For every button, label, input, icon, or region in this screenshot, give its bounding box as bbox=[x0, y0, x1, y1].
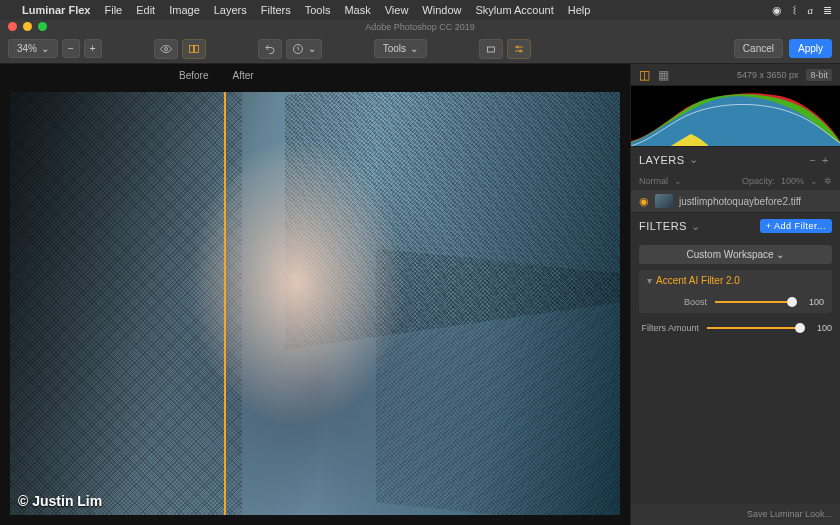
info-tab-icon[interactable]: ▦ bbox=[658, 68, 669, 82]
compare-toggle-button[interactable] bbox=[182, 39, 206, 59]
status-user[interactable]: a bbox=[808, 4, 814, 16]
status-menu-icon[interactable]: ≣ bbox=[823, 4, 832, 17]
layer-settings-icon[interactable]: ✲ bbox=[824, 176, 832, 186]
chevron-down-icon: ⌄ bbox=[810, 176, 818, 186]
history-button[interactable]: ⌄ bbox=[286, 39, 322, 59]
chevron-down-icon: ⌄ bbox=[308, 43, 316, 54]
eye-icon bbox=[160, 43, 172, 55]
filters-amount-slider[interactable]: Filters Amount 100 bbox=[631, 317, 840, 339]
menu-window[interactable]: Window bbox=[422, 4, 461, 16]
save-look-button[interactable]: Save Luminar Look... bbox=[631, 503, 840, 525]
crop-button[interactable] bbox=[479, 39, 503, 59]
workspace-dropdown[interactable]: Custom Workspace ⌄ bbox=[639, 245, 832, 264]
chevron-down-icon[interactable]: ⌄ bbox=[691, 220, 701, 233]
menu-view[interactable]: View bbox=[385, 4, 409, 16]
status-wifi-icon[interactable]: ⧙ bbox=[792, 4, 798, 16]
boost-slider[interactable]: Boost 100 bbox=[639, 291, 832, 313]
filters-amount-label: Filters Amount bbox=[639, 323, 699, 333]
zoom-window-button[interactable] bbox=[38, 22, 47, 31]
filters-amount-value: 100 bbox=[808, 323, 832, 333]
chevron-down-icon: ⌄ bbox=[41, 43, 49, 54]
filters-title: FILTERS bbox=[639, 220, 687, 232]
apply-button[interactable]: Apply bbox=[789, 39, 832, 58]
toolbar: 34% ⌄ − + ⌄ Tools ⌄ C bbox=[0, 34, 840, 64]
chevron-down-icon: ⌄ bbox=[674, 176, 682, 186]
eye-icon[interactable]: ◉ bbox=[639, 195, 649, 208]
blend-mode-select[interactable]: Normal bbox=[639, 176, 668, 186]
tools-label: Tools bbox=[383, 43, 406, 54]
svg-rect-4 bbox=[488, 47, 495, 52]
svg-rect-1 bbox=[189, 45, 193, 52]
macos-menubar: Luminar Flex File Edit Image Layers Filt… bbox=[0, 0, 840, 20]
menu-tools[interactable]: Tools bbox=[305, 4, 331, 16]
compare-divider-handle[interactable] bbox=[224, 92, 226, 515]
zoom-level-dropdown[interactable]: 34% ⌄ bbox=[8, 39, 58, 58]
cancel-button[interactable]: Cancel bbox=[734, 39, 783, 58]
menu-image[interactable]: Image bbox=[169, 4, 200, 16]
workspace-label: Custom Workspace bbox=[687, 249, 774, 260]
close-window-button[interactable] bbox=[8, 22, 17, 31]
opacity-label: Opacity: bbox=[742, 176, 775, 186]
boost-value: 100 bbox=[800, 297, 824, 307]
image-credit: © Justin Lim bbox=[18, 493, 102, 509]
undo-icon bbox=[264, 43, 276, 55]
compare-before-label: Before bbox=[0, 70, 221, 81]
chevron-down-icon[interactable]: ⌄ bbox=[689, 153, 699, 166]
opacity-value[interactable]: 100% bbox=[781, 176, 804, 186]
menu-edit[interactable]: Edit bbox=[136, 4, 155, 16]
chevron-down-icon: ⌄ bbox=[410, 43, 418, 54]
compare-after-label: After bbox=[221, 70, 631, 81]
menu-skylum[interactable]: Skylum Account bbox=[475, 4, 553, 16]
layer-row[interactable]: ◉ justlimphotoquaybefore2.tiff bbox=[631, 190, 840, 212]
chevron-down-icon: ⌄ bbox=[776, 249, 784, 260]
preview-toggle-button[interactable] bbox=[154, 39, 178, 59]
zoom-level-value: 34% bbox=[17, 43, 37, 54]
save-look-label: Save Luminar Look... bbox=[747, 509, 832, 519]
boost-label: Boost bbox=[647, 297, 707, 307]
image-content bbox=[10, 92, 242, 515]
remove-layer-button[interactable]: − bbox=[806, 154, 819, 166]
viewer: Before After © Justin Lim bbox=[0, 64, 630, 525]
add-filter-button[interactable]: + Add Filter... bbox=[760, 219, 832, 233]
compare-icon bbox=[188, 43, 200, 55]
svg-point-0 bbox=[164, 47, 167, 50]
history-icon bbox=[292, 43, 304, 55]
status-color-wheel-icon[interactable]: ◉ bbox=[772, 4, 782, 17]
histogram[interactable] bbox=[631, 86, 840, 146]
host-titlebar: Adobe Photoshop CC 2019 bbox=[0, 20, 840, 34]
adjust-panel-button[interactable] bbox=[507, 39, 531, 59]
layer-thumbnail bbox=[655, 194, 673, 208]
layers-title: LAYERS bbox=[639, 154, 685, 166]
chevron-down-icon: ▾ bbox=[647, 275, 652, 286]
menu-mask[interactable]: Mask bbox=[344, 4, 370, 16]
svg-rect-2 bbox=[194, 45, 198, 52]
filter-name: Accent AI Filter 2.0 bbox=[656, 275, 740, 286]
image-dimensions: 5479 x 3650 px bbox=[737, 70, 799, 80]
image-content bbox=[285, 92, 621, 349]
sliders-icon bbox=[513, 43, 525, 55]
filter-card-accent: ▾ Accent AI Filter 2.0 Boost 100 bbox=[639, 270, 832, 313]
host-title: Adobe Photoshop CC 2019 bbox=[365, 22, 475, 32]
app-name[interactable]: Luminar Flex bbox=[22, 4, 90, 16]
filter-header[interactable]: ▾ Accent AI Filter 2.0 bbox=[639, 270, 832, 291]
zoom-in-button[interactable]: + bbox=[84, 39, 102, 58]
minimize-window-button[interactable] bbox=[23, 22, 32, 31]
image-canvas[interactable]: © Justin Lim bbox=[10, 92, 620, 515]
layer-name: justlimphotoquaybefore2.tiff bbox=[679, 196, 801, 207]
undo-button[interactable] bbox=[258, 39, 282, 59]
menu-layers[interactable]: Layers bbox=[214, 4, 247, 16]
bit-depth: 8-bit bbox=[806, 69, 832, 81]
add-layer-button[interactable]: + bbox=[819, 154, 832, 166]
right-panel: ◫ ▦ 5479 x 3650 px 8-bit LAYERS ⌄ − + bbox=[630, 64, 840, 525]
zoom-out-button[interactable]: − bbox=[62, 39, 80, 58]
image-content bbox=[376, 248, 620, 515]
crop-icon bbox=[485, 43, 497, 55]
menu-help[interactable]: Help bbox=[568, 4, 591, 16]
histogram-tab-icon[interactable]: ◫ bbox=[639, 68, 650, 82]
menu-filters[interactable]: Filters bbox=[261, 4, 291, 16]
traffic-lights bbox=[8, 22, 47, 31]
menu-file[interactable]: File bbox=[104, 4, 122, 16]
tools-dropdown[interactable]: Tools ⌄ bbox=[374, 39, 427, 58]
